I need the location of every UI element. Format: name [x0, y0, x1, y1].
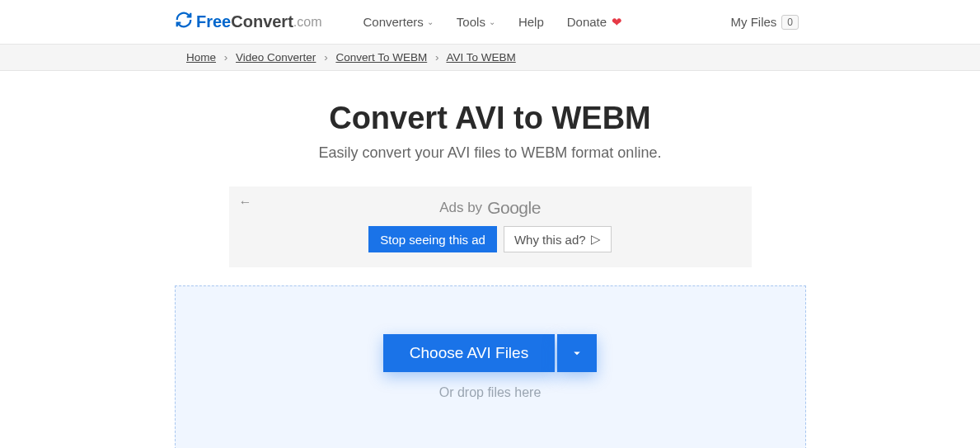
header: FreeConvert.com Converters ⌄ Tools ⌄ Hel… [0, 0, 980, 45]
chevron-down-icon: ⌄ [427, 17, 434, 26]
breadcrumb: Home › Video Converter › Convert To WEBM… [186, 51, 980, 64]
logo-icon [175, 11, 193, 33]
choose-files-button[interactable]: Choose AVI Files [383, 334, 555, 372]
nav-donate-label: Donate [567, 15, 607, 29]
my-files-label: My Files [730, 15, 776, 29]
nav-tools-label: Tools [457, 15, 485, 29]
choose-files-dropdown[interactable] [557, 334, 597, 372]
breadcrumb-separator: › [224, 51, 228, 64]
breadcrumb-video-converter[interactable]: Video Converter [236, 51, 316, 64]
ad-box: ← Ads by Google Stop seeing this ad Why … [229, 186, 752, 267]
main: Convert AVI to WEBM Easily convert your … [0, 71, 980, 448]
breadcrumb-separator: › [324, 51, 328, 64]
dropzone[interactable]: Choose AVI Files Or drop files here [175, 285, 806, 448]
my-files-count: 0 [781, 15, 799, 30]
chevron-down-icon: ⌄ [489, 17, 495, 26]
ads-by-text: Ads by [439, 200, 482, 216]
nav: Converters ⌄ Tools ⌄ Help Donate ❤ [363, 15, 623, 30]
ad-buttons: Stop seeing this ad Why this ad? ▷ [242, 226, 739, 252]
back-arrow-icon[interactable]: ← [239, 195, 252, 210]
nav-help-label: Help [518, 15, 544, 29]
ads-by-label: Ads by Google [242, 198, 739, 218]
breadcrumb-avi-to-webm[interactable]: AVI To WEBM [446, 51, 515, 64]
why-this-ad-label: Why this ad? [514, 233, 586, 247]
google-logo: Google [487, 198, 541, 218]
breadcrumb-separator: › [435, 51, 439, 64]
why-this-ad-button[interactable]: Why this ad? ▷ [504, 226, 612, 252]
logo-text-convert: Convert [231, 12, 293, 31]
chevron-down-icon [570, 346, 584, 361]
logo-text-com: .com [293, 15, 322, 30]
nav-converters[interactable]: Converters ⌄ [363, 15, 434, 29]
nav-help[interactable]: Help [518, 15, 544, 29]
heart-icon: ❤ [612, 15, 622, 30]
choose-button-group: Choose AVI Files [176, 334, 805, 372]
breadcrumb-home[interactable]: Home [186, 51, 216, 64]
stop-seeing-ad-button[interactable]: Stop seeing this ad [368, 226, 497, 252]
drop-files-text: Or drop files here [176, 385, 805, 400]
breadcrumb-convert-to-webm[interactable]: Convert To WEBM [335, 51, 427, 64]
nav-donate[interactable]: Donate ❤ [567, 15, 622, 30]
logo[interactable]: FreeConvert.com [175, 11, 322, 33]
page-title: Convert AVI to WEBM [0, 101, 980, 136]
page-subtitle: Easily convert your AVI files to WEBM fo… [0, 144, 980, 162]
breadcrumb-bar: Home › Video Converter › Convert To WEBM… [0, 45, 980, 71]
logo-text-free: Free [196, 12, 231, 31]
nav-tools[interactable]: Tools ⌄ [457, 15, 495, 29]
my-files-link[interactable]: My Files 0 [730, 15, 799, 30]
nav-converters-label: Converters [363, 15, 424, 29]
adchoices-icon: ▷ [591, 232, 601, 247]
